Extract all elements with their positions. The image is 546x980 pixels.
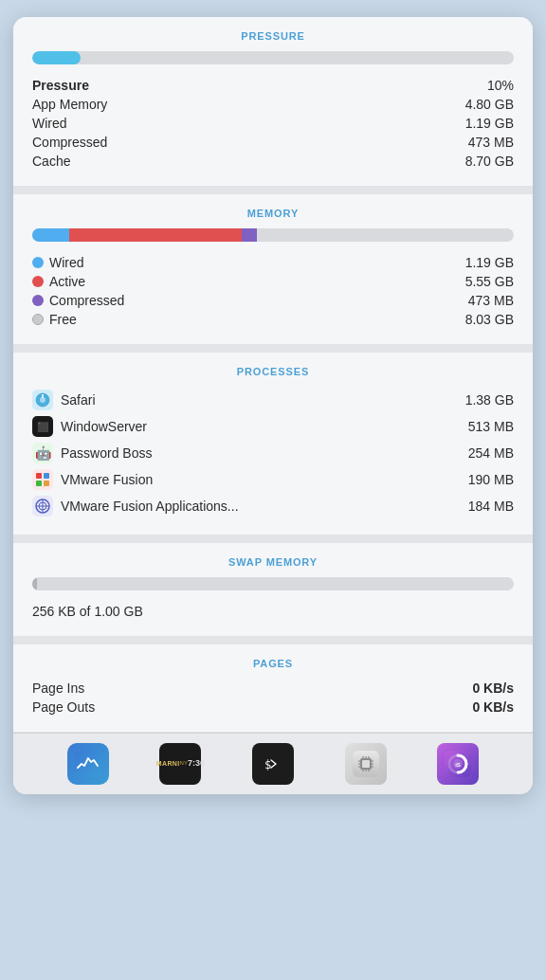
compressed-label: Compressed [32,135,107,150]
terminal-icon[interactable]: $ [252,743,294,785]
memory-bar-track [32,228,514,242]
memory-row-free: Free 8.03 GB [32,310,514,329]
mem-free-value: 8.03 GB [465,312,514,327]
svg-rect-3 [36,473,42,479]
safari-value: 1.38 GB [465,392,514,408]
marni-text: MARNI [156,759,180,768]
swap-stat: 256 KB of 1.00 GB [32,602,514,621]
pages-section: PAGES Page Ins 0 KB/s Page Outs 0 KB/s [13,644,533,733]
dot-wired [32,257,44,268]
safari-icon [32,390,53,410]
page-ins-label: Page Ins [32,681,84,696]
compressed-value: 473 MB [468,135,514,150]
istat-menus-icon[interactable]: iS [437,743,479,785]
activity-monitor-icon[interactable] [67,743,109,785]
pages-title: PAGES [32,658,514,669]
pressure-bar-track [32,51,514,64]
svg-rect-11 [75,751,101,777]
pressure-stat-cache: Cache 8.70 GB [32,152,514,171]
wired-label: Wired [32,116,67,131]
processes-title: PROCESSES [32,366,514,377]
process-row-passwordboss: 🤖 Password Boss 254 MB [32,440,514,466]
appmem-label: App Memory [32,97,107,112]
svg-rect-4 [44,473,49,479]
mem-seg-wired [32,228,69,242]
safari-name: Safari [61,392,96,408]
swap-bar-track [32,577,514,590]
mem-seg-active [69,228,242,242]
appmem-value: 4.80 GB [465,97,514,112]
marni-time: 7:36 [188,758,205,770]
system-info-icon[interactable] [345,743,387,785]
pressure-value: 10% [487,78,514,93]
cache-label: Cache [32,154,70,169]
divider-2 [13,345,533,353]
dot-comp [32,295,44,306]
marni-clock-icon[interactable]: MARNI NY 7:36 [159,743,201,785]
svg-rect-5 [36,481,42,486]
memory-section: MEMORY Wired 1.19 GB Active 5.55 GB Comp… [13,194,533,345]
swap-bar-fill [32,577,37,590]
svg-rect-6 [44,481,49,486]
process-row-vmware: VMware Fusion 190 MB [32,466,514,493]
vmware-name: VMware Fusion [61,472,153,487]
pressure-stat-compressed: Compressed 473 MB [32,133,514,152]
wired-value: 1.19 GB [465,116,514,131]
marni-location: NY [180,760,188,768]
passwordboss-name: Password Boss [61,445,152,461]
mem-comp-label: Compressed [49,293,124,308]
mem-active-label: Active [49,274,85,289]
swap-section: SWAP MEMORY 256 KB of 1.00 GB [13,543,533,637]
divider-4 [13,637,533,644]
process-row-windowserver: ⬛ WindowServer 513 MB [32,413,514,440]
process-row-vmware-apps: VMware Fusion Applications... 184 MB [32,493,514,519]
vmware-value: 190 MB [468,472,514,487]
vmware-apps-name: VMware Fusion Applications... [61,499,239,514]
page-ins-value: 0 KB/s [472,681,514,696]
mem-comp-value: 473 MB [468,293,514,308]
cache-value: 8.70 GB [465,154,514,169]
page-outs-value: 0 KB/s [472,699,514,715]
passwordboss-value: 254 MB [468,445,514,461]
swap-text: 256 KB of 1.00 GB [32,604,143,619]
swap-title: SWAP MEMORY [32,556,514,568]
memory-row-wired: Wired 1.19 GB [32,253,514,272]
pressure-label: Pressure [32,78,89,93]
svg-rect-16 [362,760,370,768]
memory-title: MEMORY [32,208,514,219]
pressure-stat-appmem: App Memory 4.80 GB [32,95,514,114]
processes-section: PROCESSES Safari 1.38 GB ⬛ WindowServer … [13,353,533,535]
memory-row-compressed: Compressed 473 MB [32,291,514,310]
svg-text:$: $ [264,758,271,771]
pressure-stat-pressure: Pressure 10% [32,76,514,95]
windowserver-icon: ⬛ [32,416,53,437]
process-row-safari: Safari 1.38 GB [32,387,514,413]
vmware-apps-value: 184 MB [468,499,514,514]
main-window: PRESSURE Pressure 10% App Memory 4.80 GB… [13,17,533,794]
divider-3 [13,535,533,543]
page-outs-label: Page Outs [32,699,95,715]
mem-wired-label: Wired [49,255,84,270]
divider-1 [13,187,533,194]
pressure-section: PRESSURE Pressure 10% App Memory 4.80 GB… [13,17,533,187]
dot-free [32,314,44,325]
dot-active [32,276,44,287]
memory-row-active: Active 5.55 GB [32,272,514,291]
pages-stat-outs: Page Outs 0 KB/s [32,698,514,717]
pressure-title: PRESSURE [32,30,514,42]
passwordboss-icon: 🤖 [32,443,53,463]
pages-stat-ins: Page Ins 0 KB/s [32,679,514,698]
mem-free-label: Free [49,312,77,327]
vmware-icon [32,469,53,490]
pressure-bar-fill [32,51,81,64]
windowserver-value: 513 MB [468,419,514,434]
mem-wired-value: 1.19 GB [465,255,514,270]
windowserver-name: WindowServer [61,419,147,434]
pressure-stat-wired: Wired 1.19 GB [32,114,514,133]
mem-active-value: 5.55 GB [465,274,514,289]
svg-text:iS: iS [455,762,461,768]
vmware-apps-icon [32,496,53,517]
dock: MARNI NY 7:36 $ [13,733,533,794]
mem-seg-comp [242,228,257,242]
